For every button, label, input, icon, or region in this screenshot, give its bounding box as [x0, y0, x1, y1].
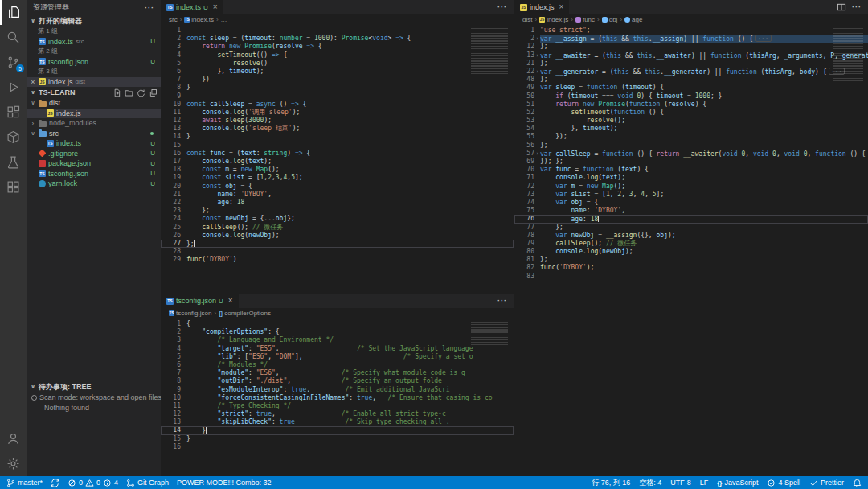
- code-line[interactable]: 77 };: [514, 224, 868, 232]
- open-editor-item[interactable]: ×JSindex.jsdist: [27, 77, 161, 88]
- code-line[interactable]: 9: [161, 92, 514, 101]
- code-line[interactable]: 2const sleep = (timeout: number = 1000):…: [161, 35, 514, 43]
- todo-item[interactable]: Scan mode: workspace and open files: [27, 392, 161, 403]
- minimap[interactable]: [829, 25, 868, 83]
- close-icon[interactable]: ×: [228, 297, 233, 305]
- close-icon[interactable]: ×: [30, 78, 36, 86]
- power-mode-indicator[interactable]: POWER MODE!!! Combo: 32: [177, 479, 272, 487]
- git-branch-indicator[interactable]: master*: [6, 479, 43, 487]
- prettier-status[interactable]: Prettier: [809, 479, 844, 487]
- code-line[interactable]: 79 callSleep(); // 微任务: [514, 240, 868, 248]
- new-file-icon[interactable]: [113, 88, 121, 97]
- code-line[interactable]: 22 age: 18: [161, 199, 514, 207]
- code-line[interactable]: 26 console.log(newObj);: [161, 232, 514, 240]
- code-line[interactable]: 52 setTimeout(function () {: [514, 109, 868, 117]
- code-line[interactable]: 15}: [161, 435, 514, 443]
- code-line[interactable]: 19 const sList = [1,2,3,4,5];: [161, 174, 514, 182]
- git-graph-button[interactable]: Git Graph: [126, 479, 169, 487]
- run-debug-icon[interactable]: [0, 75, 27, 100]
- breadcrumb-item[interactable]: …: [221, 16, 227, 23]
- code-line[interactable]: 14 }: [161, 426, 514, 434]
- code-line[interactable]: 16const func = (text: string) => {: [161, 150, 514, 158]
- code-line[interactable]: 11 /* Type Checking */: [161, 402, 514, 410]
- code-line[interactable]: 13›var __awaiter = (this && this.__await…: [514, 51, 868, 60]
- code-line[interactable]: 9 "esModuleInterop": true, /* Emit addit…: [161, 386, 514, 394]
- code-line[interactable]: 7 }): [161, 76, 514, 84]
- code-line[interactable]: 13 "skipLibCheck": true /* Skip type che…: [161, 418, 514, 426]
- minimap[interactable]: [468, 25, 514, 78]
- code-line[interactable]: 1: [161, 27, 514, 35]
- code-line[interactable]: 3 /* Language and Environment */: [161, 336, 514, 344]
- tab-index-ts[interactable]: TS index.ts U ×: [161, 0, 223, 14]
- tree-file-yarn-lock[interactable]: yarn.lockU: [27, 179, 161, 189]
- open-editors-header[interactable]: ∨ 打开的编辑器: [27, 15, 161, 27]
- code-line[interactable]: 70var func = function (text) {: [514, 166, 868, 174]
- code-line[interactable]: 12};: [514, 43, 868, 51]
- code-editor-index-ts[interactable]: 12const sleep = (timeout: number = 1000)…: [161, 25, 514, 294]
- account-icon[interactable]: [0, 426, 27, 451]
- code-line[interactable]: 10 "forceConsistentCasingInFileNames": t…: [161, 394, 514, 402]
- code-line[interactable]: 5 resolve(): [161, 60, 514, 68]
- indentation-indicator[interactable]: 空格: 4: [639, 478, 661, 488]
- code-line[interactable]: 83: [514, 273, 868, 281]
- code-line[interactable]: 2 "compilerOptions": {: [161, 328, 514, 336]
- spell-checker-status[interactable]: 4 Spell: [767, 479, 800, 487]
- code-line[interactable]: 20 const obj = {: [161, 183, 514, 191]
- tree-file-index-js[interactable]: JSindex.js: [27, 109, 161, 119]
- code-line[interactable]: 15: [161, 142, 514, 150]
- code-line[interactable]: 17 console.log(text);: [161, 158, 514, 166]
- open-editor-item[interactable]: TStsconfig.jsonU: [27, 57, 161, 68]
- code-line[interactable]: 21};: [514, 60, 868, 68]
- code-editor-tsconfig-json[interactable]: 1{2 "compilerOptions": {3 /* Language an…: [161, 318, 514, 476]
- code-line[interactable]: 50 if (timeout === void 0) { timeout = 1…: [514, 92, 868, 101]
- breadcrumb-item[interactable]: age: [624, 16, 642, 23]
- code-line[interactable]: 12 await sleep(3000);: [161, 117, 514, 125]
- code-line[interactable]: 4 setTimeout(() => {: [161, 51, 514, 60]
- beaker-icon[interactable]: [0, 150, 27, 175]
- code-line[interactable]: 4 "target": "ES5", /* Set the JavaScript…: [161, 345, 514, 353]
- code-line[interactable]: 55 });: [514, 133, 868, 141]
- docker-cube-icon[interactable]: [0, 125, 27, 150]
- code-line[interactable]: 12 "strict": true, /* Enable all strict …: [161, 410, 514, 418]
- code-line[interactable]: 8 "outDir": "./dist", /* Specify an outp…: [161, 377, 514, 385]
- breadcrumb-item[interactable]: TStsconfig.json: [169, 310, 211, 317]
- breadcrumb-item[interactable]: func: [575, 16, 595, 23]
- todo-tree-header[interactable]: ∨ 待办事项: TREE: [27, 381, 161, 392]
- more-actions-icon[interactable]: ···: [145, 4, 154, 12]
- code-editor-index-js[interactable]: 1"use strict";2›var __assign = (this && …: [514, 25, 868, 476]
- code-line[interactable]: 71 console.log(text);: [514, 174, 868, 182]
- problems-indicator[interactable]: 0 0 4: [68, 479, 118, 487]
- code-line[interactable]: 7 "module": "ES6", /* Specify what modul…: [161, 369, 514, 377]
- code-line[interactable]: 14}: [161, 133, 514, 141]
- todo-item[interactable]: Nothing found: [27, 403, 161, 413]
- extensions-icon[interactable]: [0, 100, 27, 125]
- code-line[interactable]: 29func('DYBOY'): [161, 256, 514, 264]
- refresh-icon[interactable]: [137, 88, 145, 97]
- minimap[interactable]: [468, 318, 514, 351]
- code-line[interactable]: 22›var __generator = (this && this.__gen…: [514, 68, 868, 76]
- tree-file--gitignore[interactable]: .gitignoreU: [27, 149, 161, 159]
- code-line[interactable]: 57›var callSleep = function () { return …: [514, 150, 868, 158]
- new-folder-icon[interactable]: [125, 88, 133, 97]
- tree-folder-src[interactable]: ∨src: [27, 129, 161, 139]
- collapse-all-icon[interactable]: [149, 88, 158, 97]
- code-line[interactable]: 82func('DYBOY');: [514, 264, 868, 272]
- code-line[interactable]: 13 console.log('sleep 结束');: [161, 125, 514, 133]
- code-line[interactable]: 56};: [514, 142, 868, 150]
- code-line[interactable]: 54 }, timeout);: [514, 125, 868, 133]
- eol-indicator[interactable]: LF: [700, 479, 709, 487]
- folded-code-icon[interactable]: ···: [755, 35, 772, 42]
- code-line[interactable]: 23 };: [161, 207, 514, 215]
- code-line[interactable]: 76 age: 18: [514, 215, 868, 223]
- code-line[interactable]: 2›var __assign = (this && this.__assign)…: [514, 35, 868, 43]
- code-line[interactable]: 51 return new Promise(function (resolve)…: [514, 101, 868, 109]
- code-line[interactable]: 11 console.log('调用 sleep');: [161, 109, 514, 117]
- cursor-position[interactable]: 行 76, 列 16: [592, 478, 630, 488]
- explorer-icon[interactable]: [0, 0, 27, 25]
- tree-folder-node-modules[interactable]: ›node_modules: [27, 118, 161, 129]
- code-line[interactable]: 27};: [161, 240, 514, 248]
- settings-gear-icon[interactable]: [0, 451, 27, 476]
- code-line[interactable]: 16: [161, 443, 514, 451]
- encoding-indicator[interactable]: UTF-8: [670, 479, 691, 487]
- code-line[interactable]: 75 name: 'DYBOY',: [514, 207, 868, 215]
